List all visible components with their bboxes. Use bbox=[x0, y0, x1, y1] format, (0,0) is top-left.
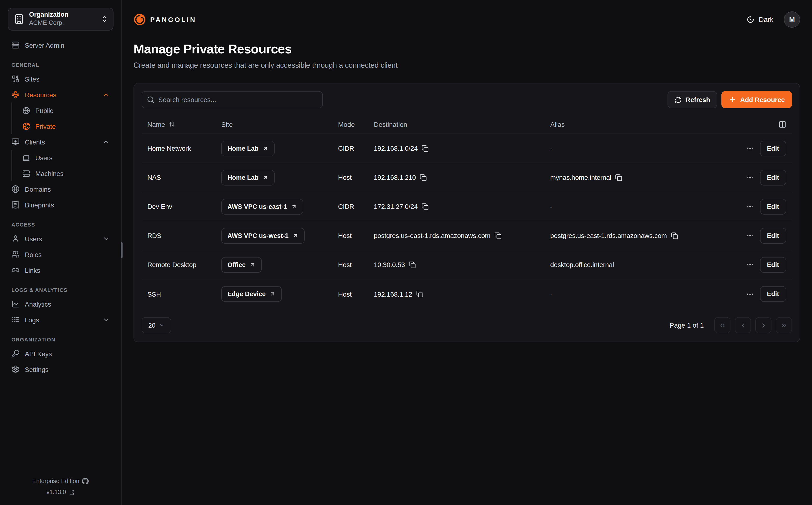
site-link-button[interactable]: Edge Device bbox=[221, 286, 282, 302]
row-actions-button[interactable] bbox=[744, 200, 756, 213]
row-actions-button[interactable] bbox=[744, 259, 756, 271]
column-header-mode: Mode bbox=[332, 121, 368, 128]
chevron-up-icon bbox=[103, 91, 110, 98]
sidebar-item-analytics[interactable]: Analytics bbox=[8, 296, 114, 312]
add-resource-button[interactable]: Add Resource bbox=[722, 91, 792, 108]
server-icon bbox=[11, 41, 20, 49]
page-size-select[interactable]: 20 bbox=[142, 317, 171, 333]
theme-toggle-label: Dark bbox=[759, 16, 773, 23]
edit-button[interactable]: Edit bbox=[760, 257, 786, 273]
copy-alias-button[interactable] bbox=[671, 232, 678, 239]
copy-destination-button[interactable] bbox=[494, 232, 501, 239]
brand[interactable]: PANGOLIN bbox=[134, 13, 196, 26]
section-label-access: ACCESS bbox=[8, 222, 114, 227]
sidebar-item-links[interactable]: Links bbox=[8, 262, 114, 278]
sidebar-item-sites[interactable]: Sites bbox=[8, 71, 114, 87]
main-area: PANGOLIN Dark M Manage Private Resources… bbox=[122, 0, 812, 505]
app-root: Organization ACME Corp. Server AdminGENE… bbox=[0, 0, 812, 505]
sidebar-item-clients[interactable]: Clients bbox=[8, 134, 114, 150]
copy-alias-button[interactable] bbox=[615, 174, 622, 181]
avatar[interactable]: M bbox=[784, 11, 800, 28]
chart-line-icon bbox=[11, 300, 20, 308]
resource-alias: mynas.home.internal bbox=[550, 174, 611, 181]
sidebar-item-server-admin[interactable]: Server Admin bbox=[8, 37, 114, 53]
first-page-button[interactable] bbox=[714, 317, 731, 333]
site-name: AWS VPC us-east-1 bbox=[227, 203, 287, 210]
org-switcher-value: ACME Corp. bbox=[29, 19, 96, 27]
sidebar-item-users[interactable]: Users bbox=[12, 150, 114, 165]
search-input[interactable] bbox=[142, 91, 323, 108]
sidebar-item-logs[interactable]: Logs bbox=[8, 312, 114, 328]
site-link-button[interactable]: Office bbox=[221, 257, 262, 273]
resource-alias: - bbox=[550, 145, 552, 152]
table-row: Remote DesktopOfficeHost10.30.0.53deskto… bbox=[142, 250, 792, 280]
sidebar-item-settings[interactable]: Settings bbox=[8, 361, 114, 377]
edit-button[interactable]: Edit bbox=[760, 199, 786, 214]
sidebar-item-label: Roles bbox=[25, 250, 110, 258]
site-name: Edge Device bbox=[227, 291, 266, 298]
copy-destination-button[interactable] bbox=[421, 203, 429, 210]
sidebar-item-private[interactable]: Private bbox=[12, 118, 114, 134]
arrow-up-right-icon bbox=[262, 174, 269, 180]
column-header-name[interactable]: Name bbox=[142, 121, 215, 128]
copy-destination-button[interactable] bbox=[420, 174, 427, 181]
sidebar-item-users[interactable]: Users bbox=[8, 231, 114, 246]
copy-destination-button[interactable] bbox=[416, 291, 423, 298]
version-label: v1.13.0 bbox=[46, 487, 66, 499]
sidebar-item-label: Sites bbox=[25, 75, 110, 83]
sidebar-item-label: Links bbox=[25, 266, 110, 274]
copy-destination-button[interactable] bbox=[409, 261, 416, 268]
refresh-button[interactable]: Refresh bbox=[667, 91, 718, 108]
next-page-button[interactable] bbox=[755, 317, 772, 333]
prev-page-button[interactable] bbox=[735, 317, 751, 333]
row-actions-button[interactable] bbox=[744, 171, 756, 184]
row-actions-button[interactable] bbox=[744, 229, 756, 242]
edit-button[interactable]: Edit bbox=[760, 140, 786, 156]
last-page-button[interactable] bbox=[776, 317, 792, 333]
resource-name: NAS bbox=[147, 174, 161, 181]
sidebar-item-blueprints[interactable]: Blueprints bbox=[8, 197, 114, 213]
org-switcher[interactable]: Organization ACME Corp. bbox=[8, 8, 114, 30]
site-link-button[interactable]: Home Lab bbox=[221, 140, 275, 156]
pagination: 20 Page 1 of 1 bbox=[142, 314, 792, 336]
sidebar-item-resources[interactable]: Resources bbox=[8, 87, 114, 103]
chevron-down-icon bbox=[103, 235, 110, 242]
moon-icon bbox=[747, 16, 755, 23]
receipt-icon bbox=[11, 201, 20, 209]
edit-button[interactable]: Edit bbox=[760, 286, 786, 302]
copy-destination-button[interactable] bbox=[421, 145, 429, 152]
columns-toggle-button[interactable] bbox=[779, 121, 786, 128]
sidebar-item-roles[interactable]: Roles bbox=[8, 246, 114, 262]
resource-mode: Host bbox=[338, 290, 352, 298]
resource-name: RDS bbox=[147, 232, 161, 239]
edit-button[interactable]: Edit bbox=[760, 170, 786, 185]
sidebar-item-label: Logs bbox=[25, 316, 97, 324]
version-link[interactable]: v1.13.0 bbox=[8, 487, 114, 499]
sidebar-item-public[interactable]: Public bbox=[12, 103, 114, 118]
sidebar-item-label: Blueprints bbox=[25, 201, 110, 209]
pangolin-logo-icon bbox=[134, 13, 146, 26]
site-link-button[interactable]: AWS VPC us-east-1 bbox=[221, 199, 303, 214]
users-icon bbox=[11, 250, 20, 259]
row-actions-button[interactable] bbox=[744, 288, 756, 300]
row-actions-button[interactable] bbox=[744, 142, 756, 155]
site-link-button[interactable]: Home Lab bbox=[221, 170, 275, 185]
sidebar-resize-handle[interactable] bbox=[121, 242, 123, 258]
refresh-button-label: Refresh bbox=[686, 96, 710, 104]
edit-button[interactable]: Edit bbox=[760, 228, 786, 243]
sidebar-item-domains[interactable]: Domains bbox=[8, 181, 114, 197]
add-resource-button-label: Add Resource bbox=[740, 96, 785, 104]
column-header-alias: Alias bbox=[545, 121, 721, 128]
resource-mode: Host bbox=[338, 261, 352, 269]
plus-icon bbox=[729, 96, 737, 104]
arrow-up-right-icon bbox=[292, 232, 299, 239]
sidebar-item-api-keys[interactable]: API Keys bbox=[8, 346, 114, 361]
theme-toggle[interactable]: Dark bbox=[747, 16, 773, 23]
edition-link[interactable]: Enterprise Edition bbox=[8, 476, 114, 487]
sidebar-item-machines[interactable]: Machines bbox=[12, 165, 114, 181]
site-link-button[interactable]: AWS VPC us-west-1 bbox=[221, 228, 305, 243]
external-link-icon bbox=[69, 490, 74, 495]
table-row: RDSAWS VPC us-west-1Hostpostgres.us-east… bbox=[142, 221, 792, 250]
topbar: PANGOLIN Dark M bbox=[134, 0, 800, 28]
column-header-name-label: Name bbox=[147, 121, 165, 128]
